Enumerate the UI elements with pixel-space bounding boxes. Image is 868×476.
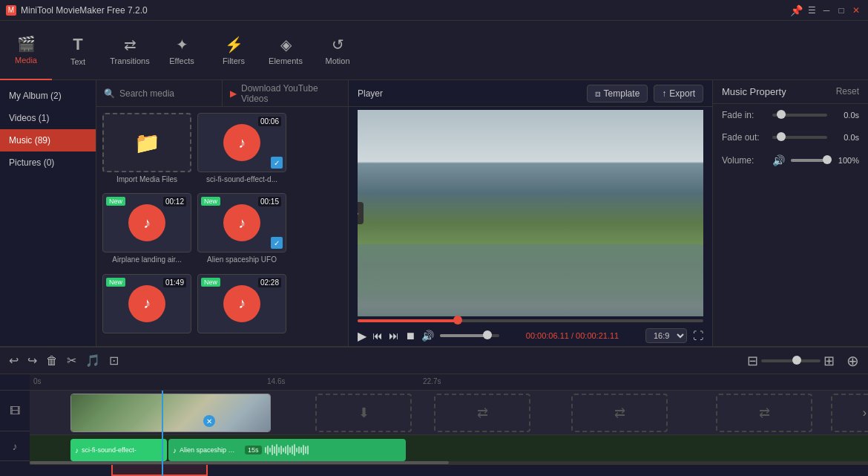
alien-time: 00:15 bbox=[258, 197, 281, 206]
maximize-button[interactable]: □ bbox=[835, 4, 847, 16]
video-placeholder-4[interactable]: ⇄ bbox=[716, 394, 812, 432]
sidebar-item-myalbum[interactable]: My Album (2) bbox=[0, 85, 96, 107]
airplane-new-badge: New bbox=[106, 197, 125, 206]
fade-in-slider[interactable] bbox=[772, 114, 827, 117]
toolbar-transitions[interactable]: ⇄ Transitions bbox=[104, 21, 156, 80]
audio-scrollbar[interactable] bbox=[30, 461, 868, 464]
video-placeholder-2[interactable]: ⇄ bbox=[434, 394, 530, 432]
play-button[interactable]: ▶ bbox=[358, 329, 366, 343]
fade-out-slider[interactable] bbox=[772, 136, 827, 139]
timeline-tracks: ✕ ⬇ ⇄ ⇄ ⇄ ⇄ bbox=[30, 391, 868, 476]
alien-music-icon: ♪ bbox=[223, 204, 260, 241]
time-display: 00:00:06.11 / 00:00:21.11 bbox=[505, 331, 640, 340]
search-media[interactable]: 🔍 Search media bbox=[96, 80, 223, 106]
import-media-item[interactable]: 📁 Import Media Files bbox=[102, 113, 191, 187]
player-progress[interactable] bbox=[358, 319, 703, 322]
item4-thumb: New ♪ 01:49 bbox=[102, 274, 191, 333]
volume-icon: 🔊 bbox=[772, 154, 785, 166]
import-folder-icon: 📁 bbox=[134, 131, 160, 155]
alien-label: Alien spaceship UFO bbox=[197, 255, 286, 264]
toolbar-media[interactable]: 🎬 Media bbox=[0, 21, 52, 80]
audio-clip-scifi[interactable]: ♪ sci-fi-sound-effect- bbox=[70, 439, 167, 461]
volume-button[interactable]: 🔊 bbox=[421, 330, 434, 342]
toolbar-effects[interactable]: ✦ Effects bbox=[156, 21, 208, 80]
zoom-slider[interactable] bbox=[761, 359, 821, 362]
audio-detach-button[interactable]: 🎵 bbox=[85, 353, 100, 368]
video-placeholder-1[interactable]: ⬇ bbox=[315, 394, 412, 432]
toolbar-filters[interactable]: ⚡ Filters bbox=[208, 21, 260, 80]
collapse-player-btn[interactable]: › bbox=[358, 202, 364, 224]
media-item-5[interactable]: New ♪ 02:28 bbox=[197, 274, 286, 340]
video-placeholder-3[interactable]: ⇄ bbox=[571, 394, 668, 432]
playhead bbox=[162, 391, 163, 476]
placeholder-swap-icon-4: ⇄ bbox=[759, 405, 770, 421]
toolbar-motion[interactable]: ↺ Motion bbox=[312, 21, 364, 80]
toolbar-elements-label: Elements bbox=[269, 56, 303, 65]
volume-slider-prop[interactable] bbox=[791, 159, 827, 162]
pin-icon[interactable]: 📌 bbox=[790, 4, 803, 16]
delete-clip-button[interactable]: 🗑 bbox=[46, 354, 58, 368]
item5-thumb: New ♪ 02:28 bbox=[197, 274, 286, 333]
toolbar-media-label: Media bbox=[15, 56, 37, 65]
add-track-button[interactable]: ⊕ bbox=[846, 352, 859, 370]
filters-icon: ⚡ bbox=[225, 36, 243, 53]
zoom-in-button[interactable]: ⊞ bbox=[823, 353, 835, 369]
audio-clip-alien[interactable]: ♪ Alien spaceship UFO 15s bbox=[168, 439, 406, 461]
minimize-button[interactable]: ─ bbox=[821, 4, 832, 16]
fade-out-value: 0.0s bbox=[833, 133, 859, 142]
reset-button[interactable]: Reset bbox=[836, 86, 859, 97]
volume-slider[interactable] bbox=[440, 334, 499, 337]
media-item-alien[interactable]: New ♪ 00:15 ✓ Alien spaceship UFO bbox=[197, 193, 286, 267]
redo-button[interactable]: ↪ bbox=[27, 353, 37, 368]
menu-button[interactable]: ☰ bbox=[806, 4, 818, 16]
export-button[interactable]: ↑ Export bbox=[654, 85, 703, 102]
youtube-icon: ▶ bbox=[230, 88, 237, 99]
volume-value: 100% bbox=[833, 156, 859, 165]
scifi-music-icon: ♪ bbox=[223, 124, 260, 161]
sidebar-item-videos[interactable]: Videos (1) bbox=[0, 107, 96, 129]
media-item-4[interactable]: New ♪ 01:49 bbox=[102, 274, 191, 340]
aspect-ratio-select[interactable]: 16:9 4:3 1:1 bbox=[645, 328, 687, 343]
zoom-out-button[interactable]: ⊟ bbox=[747, 353, 758, 369]
progress-fill bbox=[358, 319, 458, 322]
item4-new-badge: New bbox=[106, 278, 125, 287]
media-item-scifi[interactable]: ♪ 00:06 ✓ sci-fi-sound-effect-d... bbox=[197, 113, 286, 187]
sidebar-item-music[interactable]: Music (89) bbox=[0, 129, 96, 151]
undo-button[interactable]: ↩ bbox=[9, 353, 19, 368]
template-button[interactable]: ⧈ Template bbox=[587, 85, 648, 102]
fullscreen-button[interactable]: ⛶ bbox=[693, 330, 703, 342]
progress-bar[interactable] bbox=[358, 319, 703, 322]
audio-clip2-label: Alien spaceship UFO bbox=[180, 446, 239, 454]
timeline-side-collapse[interactable]: › bbox=[863, 406, 867, 420]
cut-button[interactable]: ✂ bbox=[67, 353, 76, 368]
player-title: Player bbox=[358, 88, 383, 99]
motion-icon: ↺ bbox=[332, 36, 344, 53]
stop-button[interactable]: ⏹ bbox=[405, 330, 415, 342]
crop-button[interactable]: ⊡ bbox=[109, 353, 119, 368]
player-controls: ▶ ⏮ ⏭ ⏹ 🔊 00:00:06.11 / 00:00:21.11 16:9… bbox=[349, 325, 712, 346]
next-button[interactable]: ⏭ bbox=[389, 330, 399, 342]
download-youtube[interactable]: ▶ Download YouTube Videos bbox=[223, 83, 348, 104]
toolbar-elements[interactable]: ◈ Elements bbox=[260, 21, 312, 80]
audio-track-icon: ♪ bbox=[0, 431, 30, 461]
scifi-check: ✓ bbox=[271, 157, 283, 169]
sidebar-item-pictures[interactable]: Pictures (0) bbox=[0, 151, 96, 174]
elements-icon: ◈ bbox=[280, 36, 292, 53]
effects-icon: ✦ bbox=[176, 36, 188, 53]
toolbar-text[interactable]: T Text bbox=[52, 21, 104, 80]
timeline-area: ↩ ↪ 🗑 ✂ 🎵 ⊡ ⊟ ⊞ ⊕ 🎞 ♪ bbox=[0, 346, 868, 476]
video-clip[interactable]: ✕ bbox=[70, 394, 271, 432]
prev-button[interactable]: ⏮ bbox=[372, 330, 383, 342]
ruler-mark-0: 0s bbox=[33, 377, 42, 385]
app-title: MiniTool MovieMaker Free 7.2.0 bbox=[21, 5, 148, 16]
alien-new-badge: New bbox=[201, 197, 220, 206]
media-item-airplane[interactable]: New ♪ 00:12 Airplane landing air... bbox=[102, 193, 191, 267]
close-button[interactable]: ✕ bbox=[850, 4, 862, 16]
item5-new-badge: New bbox=[201, 278, 220, 287]
media-panel: 🔍 Search media ▶ Download YouTube Videos… bbox=[96, 80, 349, 346]
audio-track: ♪ sci-fi-sound-effect- ♪ Alien spaceship… bbox=[30, 435, 868, 465]
delete-badge[interactable]: ✕ bbox=[203, 415, 215, 427]
export-icon: ↑ bbox=[662, 88, 666, 99]
airplane-time: 00:12 bbox=[163, 197, 186, 206]
timeline-content: 🎞 ♪ 0s 14.6s 22.7s bbox=[0, 374, 868, 476]
